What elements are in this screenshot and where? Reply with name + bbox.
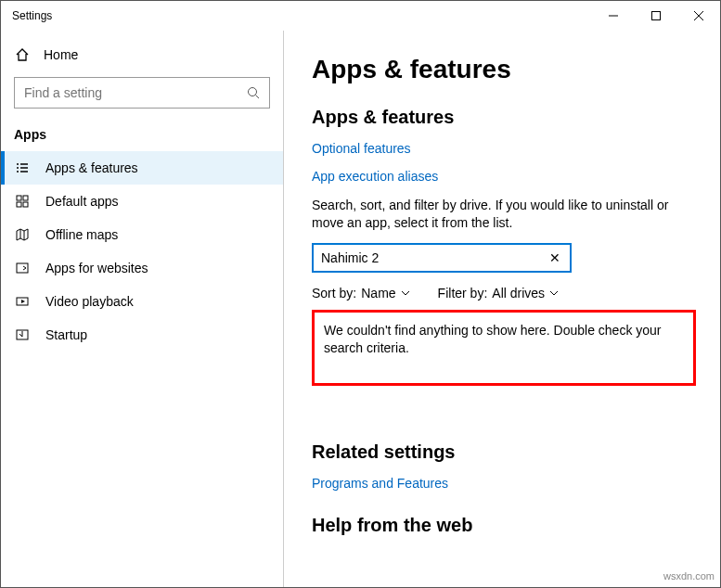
main-content: Apps & features Apps & features Optional… <box>284 31 720 588</box>
sort-value: Name <box>361 286 395 300</box>
startup-icon <box>14 327 31 342</box>
page-title: Apps & features <box>312 55 696 84</box>
nav-apps-websites[interactable]: Apps for websites <box>1 251 283 285</box>
find-setting-box[interactable] <box>14 77 270 109</box>
filter-label: Filter by: <box>438 286 488 300</box>
svg-marker-20 <box>21 300 25 303</box>
minimize-button[interactable] <box>592 1 635 31</box>
chevron-down-icon <box>401 290 410 296</box>
sort-by-dropdown[interactable]: Sort by: Name <box>312 286 410 300</box>
close-button[interactable] <box>677 1 720 31</box>
svg-rect-12 <box>17 196 21 200</box>
websites-icon <box>14 261 31 275</box>
find-setting-input[interactable] <box>24 85 247 100</box>
nav-video-playback[interactable]: Video playback <box>1 285 283 318</box>
window-title: Settings <box>12 9 52 22</box>
app-execution-aliases-link[interactable]: App execution aliases <box>312 169 696 184</box>
empty-results-message: We couldn't find anything to show here. … <box>312 310 696 386</box>
search-icon <box>247 86 260 99</box>
sort-label: Sort by: <box>312 286 356 300</box>
chevron-down-icon <box>549 290 559 296</box>
section-heading: Apps & features <box>312 107 696 128</box>
filter-by-dropdown[interactable]: Filter by: All drives <box>438 286 559 300</box>
svg-rect-13 <box>23 196 28 200</box>
related-settings-heading: Related settings <box>312 441 696 463</box>
nav-label: Video playback <box>45 294 134 309</box>
nav-label: Apps for websites <box>45 261 148 275</box>
home-nav[interactable]: Home <box>1 40 283 70</box>
section-label: Apps <box>1 121 283 151</box>
filter-value: All drives <box>492 286 545 300</box>
nav-label: Default apps <box>45 194 119 209</box>
description-text: Search, sort, and filter by drive. If yo… <box>312 197 696 232</box>
list-icon <box>14 160 31 175</box>
app-search-box[interactable]: ✕ <box>312 243 572 273</box>
nav-label: Offline maps <box>45 227 118 242</box>
minimize-icon <box>609 11 618 20</box>
maximize-icon <box>651 11 661 20</box>
programs-features-link[interactable]: Programs and Features <box>312 476 696 491</box>
app-search-input[interactable] <box>321 250 547 265</box>
watermark: wsxdn.com <box>663 570 715 582</box>
default-apps-icon <box>14 194 31 209</box>
nav-label: Apps & features <box>45 160 138 175</box>
sidebar: Home Apps Apps & features Default apps <box>1 31 284 588</box>
optional-features-link[interactable]: Optional features <box>312 141 696 156</box>
map-icon <box>14 227 31 242</box>
home-label: Home <box>44 47 78 62</box>
svg-line-5 <box>256 96 260 99</box>
svg-rect-15 <box>23 202 28 207</box>
clear-search-icon[interactable]: ✕ <box>547 250 562 265</box>
svg-point-4 <box>249 88 257 96</box>
nav-default-apps[interactable]: Default apps <box>1 185 283 218</box>
close-icon <box>694 11 703 20</box>
home-icon <box>14 47 31 62</box>
svg-rect-14 <box>17 202 21 207</box>
nav-apps-features[interactable]: Apps & features <box>1 151 283 185</box>
maximize-button[interactable] <box>635 1 677 31</box>
video-icon <box>14 294 31 309</box>
help-web-heading: Help from the web <box>312 515 696 536</box>
svg-rect-1 <box>652 12 661 20</box>
nav-startup[interactable]: Startup <box>1 318 283 352</box>
nav-label: Startup <box>45 327 87 342</box>
titlebar: Settings <box>1 1 720 31</box>
nav-offline-maps[interactable]: Offline maps <box>1 218 283 251</box>
